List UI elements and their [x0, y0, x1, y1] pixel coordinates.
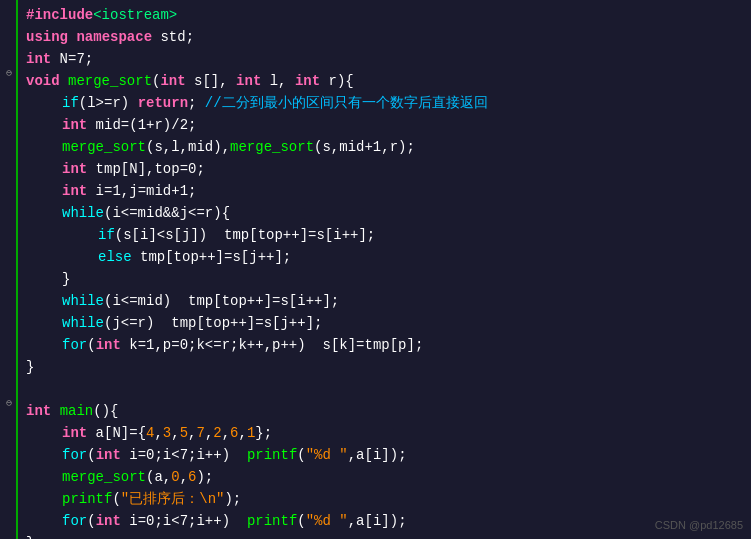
- line-14: while(i<=mid) tmp[top++]=s[i++];: [26, 290, 743, 312]
- line-16: for(int k=1,p=0;k<=r;k++,p++) s[k]=tmp[p…: [26, 334, 743, 356]
- line-1: #include<iostream>: [26, 4, 743, 26]
- line-11: if(s[i]<s[j]) tmp[top++]=s[i++];: [26, 224, 743, 246]
- collapse-mark-4[interactable]: ⊖: [2, 66, 16, 80]
- using-keyword: using: [26, 26, 68, 48]
- line-15: while(j<=r) tmp[top++]=s[j++];: [26, 312, 743, 334]
- code-editor: ⊖ ⊖ #include<iostream> using namespace s…: [0, 0, 751, 539]
- line-21: for(int i=0;i<7;i++) printf("%d ",a[i]);: [26, 444, 743, 466]
- line-22: merge_sort(a,0,6);: [26, 466, 743, 488]
- merge-sort-fn: merge_sort: [68, 70, 152, 92]
- int-keyword: int: [26, 48, 51, 70]
- collapse-mark-19[interactable]: ⊖: [2, 396, 16, 410]
- line-19: int main(){: [26, 400, 743, 422]
- line-6: int mid=(1+r)/2;: [26, 114, 743, 136]
- line-10: while(i<=mid&&j<=r){: [26, 202, 743, 224]
- code-lines: #include<iostream> using namespace std; …: [18, 0, 751, 539]
- line-18: [26, 378, 743, 400]
- line-17: }: [26, 356, 743, 378]
- line-20: int a[N]={4,3,5,7,2,6,1};: [26, 422, 743, 444]
- line-4: void merge_sort(int s[], int l, int r){: [26, 70, 743, 92]
- line-25: }: [26, 532, 743, 539]
- line-3: int N=7;: [26, 48, 743, 70]
- line-13: }: [26, 268, 743, 290]
- include-keyword: #include: [26, 4, 93, 26]
- namespace-keyword: namespace: [76, 26, 152, 48]
- line-5: if(l>=r) return; //二分到最小的区间只有一个数字后直接返回: [26, 92, 743, 114]
- include-lib: <iostream>: [93, 4, 177, 26]
- line-24: for(int i=0;i<7;i++) printf("%d ",a[i]);: [26, 510, 743, 532]
- line-9: int i=1,j=mid+1;: [26, 180, 743, 202]
- line-8: int tmp[N],top=0;: [26, 158, 743, 180]
- line-2: using namespace std;: [26, 26, 743, 48]
- line-12: else tmp[top++]=s[j++];: [26, 246, 743, 268]
- watermark: CSDN @pd12685: [655, 519, 743, 531]
- line-7: merge_sort(s,l,mid),merge_sort(s,mid+1,r…: [26, 136, 743, 158]
- gutter: ⊖ ⊖: [0, 0, 18, 539]
- void-keyword: void: [26, 70, 60, 92]
- line-23: printf("已排序后：\n");: [26, 488, 743, 510]
